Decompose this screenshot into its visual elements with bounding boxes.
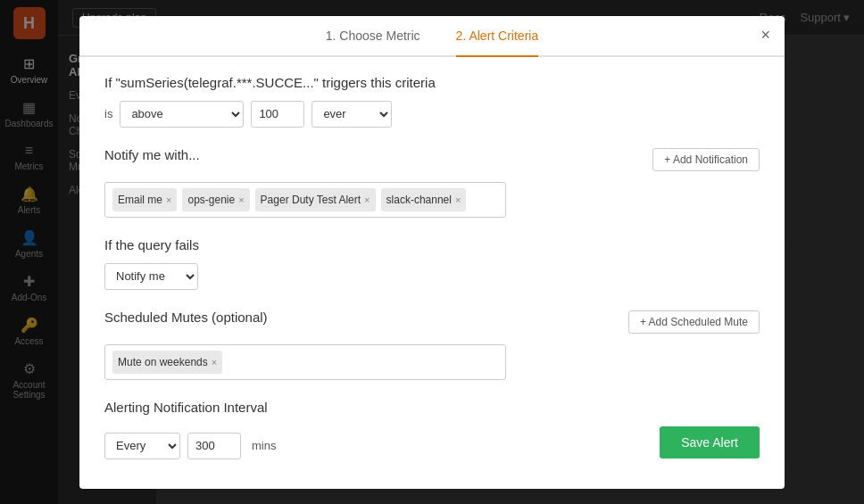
interval-input[interactable] [187, 433, 241, 459]
mins-label: mins [252, 439, 276, 452]
mute-tag-area[interactable]: Mute on weekends × [104, 344, 506, 380]
query-fails-section: If the query fails Notify me Ignore Reso… [104, 237, 760, 290]
modal: 1. Choose Metric 2. Alert Criteria × If … [79, 16, 785, 489]
is-label: is [104, 107, 112, 120]
modal-overlay: 1. Choose Metric 2. Alert Criteria × If … [0, 0, 864, 504]
notify-header: Notify me with... + Add Notification [104, 147, 760, 173]
query-fails-title: If the query fails [104, 237, 760, 252]
notify-section: Notify me with... + Add Notification Ema… [104, 147, 760, 218]
tag-remove-pager-duty[interactable]: × [364, 194, 370, 205]
scheduled-mutes-header: Scheduled Mutes (optional) + Add Schedul… [104, 310, 760, 335]
query-fails-row: Notify me Ignore Resolve [104, 263, 760, 290]
tag-pager-duty: Pager Duty Test Alert × [255, 188, 376, 211]
alert-interval-section: Alerting Notification Interval Every Nev… [104, 400, 760, 459]
tag-label-pager-duty: Pager Duty Test Alert [261, 194, 361, 206]
notification-tag-area[interactable]: Email me × ops-genie × Pager Duty Test A… [104, 182, 506, 218]
tag-label-ops-genie: ops-genie [187, 194, 235, 206]
tag-label-mute-weekends: Mute on weekends [118, 356, 208, 368]
tab-alert-criteria[interactable]: 2. Alert Criteria [456, 16, 539, 57]
tag-label-slack: slack-channel [386, 194, 452, 206]
notify-dropdown[interactable]: Notify me Ignore Resolve [104, 263, 198, 290]
tab-choose-metric[interactable]: 1. Choose Metric [326, 16, 420, 57]
modal-tabs: 1. Choose Metric 2. Alert Criteria × [79, 16, 785, 57]
tag-ops-genie: ops-genie × [182, 188, 249, 211]
modal-close-button[interactable]: × [760, 27, 770, 43]
notify-title: Notify me with... [104, 147, 200, 162]
scheduled-mutes-title: Scheduled Mutes (optional) [104, 310, 268, 325]
condition-select[interactable]: above below outside bounds equal to [120, 101, 244, 128]
tag-slack: slack-channel × [381, 188, 467, 211]
add-notification-button[interactable]: + Add Notification [652, 148, 760, 171]
threshold-input[interactable] [251, 101, 304, 128]
criteria-inline-row: is above below outside bounds equal to e… [104, 101, 760, 128]
alert-interval-title: Alerting Notification Interval [104, 400, 760, 415]
tag-email-me: Email me × [112, 188, 177, 211]
every-select[interactable]: Every Never [104, 433, 180, 459]
interval-controls: Every Never mins [104, 433, 276, 459]
alert-interval-row: Every Never mins Save Alert [104, 426, 760, 459]
frequency-select[interactable]: ever once always [312, 101, 392, 128]
save-alert-button[interactable]: Save Alert [660, 426, 760, 459]
scheduled-mutes-section: Scheduled Mutes (optional) + Add Schedul… [104, 310, 760, 380]
criteria-section: If "sumSeries(telegraf.***.SUCCE..." tri… [104, 75, 760, 128]
criteria-title: If "sumSeries(telegraf.***.SUCCE..." tri… [104, 75, 760, 90]
modal-body: If "sumSeries(telegraf.***.SUCCE..." tri… [79, 57, 785, 489]
tag-remove-email-me[interactable]: × [166, 194, 171, 205]
tag-mute-weekends: Mute on weekends × [112, 351, 222, 374]
tag-remove-slack[interactable]: × [455, 194, 461, 205]
tag-remove-ops-genie[interactable]: × [238, 194, 244, 205]
add-scheduled-mute-button[interactable]: + Add Scheduled Mute [628, 310, 760, 334]
tag-remove-mute-weekends[interactable]: × [212, 357, 217, 368]
tag-label-email-me: Email me [118, 194, 162, 206]
